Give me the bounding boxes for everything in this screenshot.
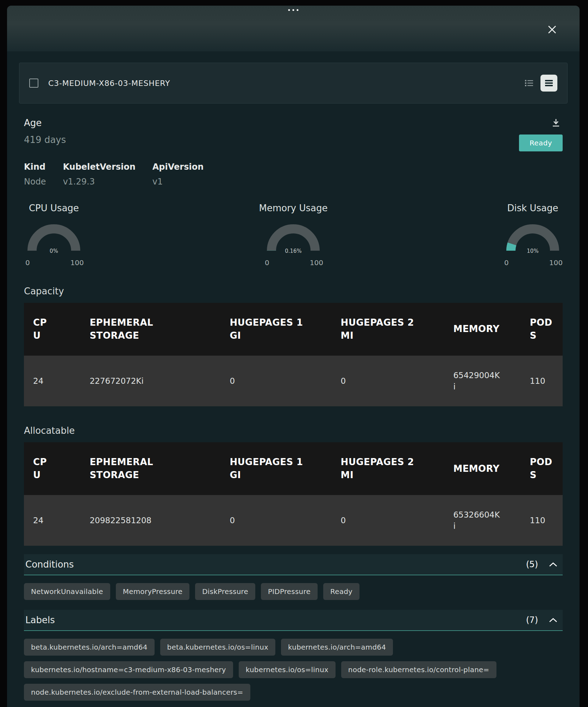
- kubelet-version-label: KubeletVersion: [63, 162, 136, 172]
- allocatable-pods-cell: 110: [521, 495, 563, 546]
- gauge-max: 100: [549, 258, 563, 267]
- column-header-cpu: CPU: [24, 442, 81, 495]
- allocatable-memory-cell: 65326604Ki: [444, 495, 520, 546]
- api-version-label: ApiVersion: [152, 162, 204, 172]
- gauge-min: 0: [504, 258, 509, 267]
- disk-usage-gauge: Disk Usage 10% 0 100: [503, 203, 563, 267]
- close-button[interactable]: [545, 23, 559, 37]
- label-chip: kubernetes.io/arch=amd64: [281, 639, 393, 656]
- conditions-chip-row: NetworkUnavailable MemoryPressure DiskPr…: [24, 583, 563, 600]
- age-value: 419 days: [24, 134, 66, 145]
- kv-field-kind: Kind Node: [24, 162, 46, 187]
- meta-actions: Ready: [519, 118, 563, 151]
- usage-gauges: CPU Usage 0% 0 100 Memory Usage: [24, 203, 563, 267]
- label-chip: beta.kubernetes.io/os=linux: [160, 639, 276, 656]
- column-header-cpu: CPU: [24, 303, 81, 356]
- column-header-hugepages-1gi: HUGEPAGES 1 GI: [220, 442, 331, 495]
- meta-row: Age 419 days Ready: [24, 118, 563, 151]
- condition-chip: MemoryPressure: [116, 583, 190, 600]
- column-header-ephemeral-storage: EPHEMERAL STORAGE: [81, 303, 221, 356]
- allocatable-section-title: Allocatable: [24, 425, 563, 436]
- capacity-data-row: 24 227672072Ki 0 0 65429004Ki 110: [24, 356, 563, 406]
- gauge-percent: 10%: [503, 248, 563, 254]
- select-node-checkbox[interactable]: [29, 79, 38, 88]
- flat-view-button[interactable]: [524, 78, 534, 88]
- column-header-hugepages-2mi: HUGEPAGES 2 MI: [332, 442, 444, 495]
- kv-field-kubelet-version: KubeletVersion v1.29.3: [63, 162, 136, 187]
- gauge-max: 100: [70, 258, 84, 267]
- label-chip: beta.kubernetes.io/arch=amd64: [24, 639, 155, 656]
- labels-chip-row: beta.kubernetes.io/arch=amd64 beta.kuber…: [24, 639, 563, 701]
- node-details-modal: C3-MEDIUM-X86-03-MESHERY: [7, 6, 580, 707]
- conditions-section-header[interactable]: Conditions (5): [24, 554, 563, 575]
- kind-value: Node: [24, 177, 46, 187]
- capacity-hugepages2-cell: 0: [332, 356, 444, 406]
- gauge-percent: 0.16%: [263, 248, 323, 254]
- modal-top-bar: [7, 6, 580, 51]
- capacity-ephemeral-cell: 227672072Ki: [81, 356, 221, 406]
- column-header-memory: MEMORY: [444, 442, 520, 495]
- node-title: C3-MEDIUM-X86-03-MESHERY: [48, 79, 170, 88]
- label-chip: kubernetes.io/hostname=c3-medium-x86-03-…: [24, 661, 233, 678]
- view-toggle-group: [524, 75, 557, 92]
- column-header-pods: PODS: [521, 303, 563, 356]
- capacity-cpu-cell: 24: [24, 356, 81, 406]
- allocatable-ephemeral-cell: 209822581208: [81, 495, 221, 546]
- gauge-min: 0: [265, 258, 269, 267]
- drag-handle-dots-icon[interactable]: [288, 9, 299, 11]
- detailed-view-icon: [544, 79, 553, 88]
- api-version-value: v1: [152, 177, 204, 187]
- condition-chip: NetworkUnavailable: [24, 583, 110, 600]
- column-header-memory: MEMORY: [444, 303, 520, 356]
- label-chip: kubernetes.io/os=linux: [239, 661, 336, 678]
- close-icon: [547, 25, 557, 35]
- gauge-title: CPU Usage: [29, 203, 79, 213]
- gauge-percent: 0%: [24, 248, 84, 254]
- capacity-section-title: Capacity: [24, 286, 563, 296]
- allocatable-header-row: CPU EPHEMERAL STORAGE HUGEPAGES 1 GI HUG…: [24, 442, 563, 495]
- labels-title: Labels: [25, 615, 55, 625]
- label-chip: node.kubernetes.io/exclude-from-external…: [24, 684, 250, 701]
- conditions-title: Conditions: [25, 559, 74, 570]
- kubelet-version-value: v1.29.3: [63, 177, 136, 187]
- condition-chip: DiskPressure: [195, 583, 255, 600]
- labels-section-header[interactable]: Labels (7): [24, 610, 563, 631]
- capacity-memory-cell: 65429004Ki: [444, 356, 520, 406]
- labels-count: (7): [526, 615, 538, 625]
- age-label: Age: [24, 118, 66, 128]
- flat-view-icon: [524, 78, 534, 88]
- gauge-max: 100: [310, 258, 323, 267]
- condition-chip: PIDPressure: [261, 583, 318, 600]
- kv-field-api-version: ApiVersion v1: [152, 162, 204, 187]
- gauge-min: 0: [25, 258, 30, 267]
- detailed-view-button[interactable]: [540, 75, 557, 92]
- node-header-card: C3-MEDIUM-X86-03-MESHERY: [19, 63, 568, 104]
- gauge-title: Memory Usage: [259, 203, 327, 213]
- download-icon: [551, 118, 561, 128]
- capacity-table: CPU EPHEMERAL STORAGE HUGEPAGES 1 GI HUG…: [24, 303, 563, 406]
- chevron-up-icon[interactable]: [549, 562, 558, 567]
- column-header-ephemeral-storage: EPHEMERAL STORAGE: [81, 442, 221, 495]
- age-block: Age 419 days: [24, 118, 66, 151]
- capacity-hugepages1-cell: 0: [220, 356, 331, 406]
- label-chip: node-role.kubernetes.io/control-plane=: [341, 661, 496, 678]
- conditions-count: (5): [526, 559, 538, 569]
- status-badge: Ready: [519, 134, 563, 151]
- download-button[interactable]: [551, 118, 561, 128]
- memory-usage-gauge: Memory Usage 0.16% 0 100: [259, 203, 327, 267]
- allocatable-cpu-cell: 24: [24, 495, 81, 546]
- allocatable-data-row: 24 209822581208 0 0 65326604Ki 110: [24, 495, 563, 546]
- kind-label: Kind: [24, 162, 46, 172]
- allocatable-table: CPU EPHEMERAL STORAGE HUGEPAGES 1 GI HUG…: [24, 442, 563, 546]
- allocatable-hugepages2-cell: 0: [332, 495, 444, 546]
- cpu-usage-gauge: CPU Usage 0% 0 100: [24, 203, 84, 267]
- capacity-pods-cell: 110: [521, 356, 563, 406]
- column-header-pods: PODS: [521, 442, 563, 495]
- column-header-hugepages-1gi: HUGEPAGES 1 GI: [220, 303, 331, 356]
- gauge-title: Disk Usage: [507, 203, 558, 213]
- capacity-header-row: CPU EPHEMERAL STORAGE HUGEPAGES 1 GI HUG…: [24, 303, 563, 356]
- column-header-hugepages-2mi: HUGEPAGES 2 MI: [332, 303, 444, 356]
- chevron-up-icon[interactable]: [549, 618, 558, 623]
- allocatable-hugepages1-cell: 0: [220, 495, 331, 546]
- kind-version-row: Kind Node KubeletVersion v1.29.3 ApiVers…: [24, 162, 563, 187]
